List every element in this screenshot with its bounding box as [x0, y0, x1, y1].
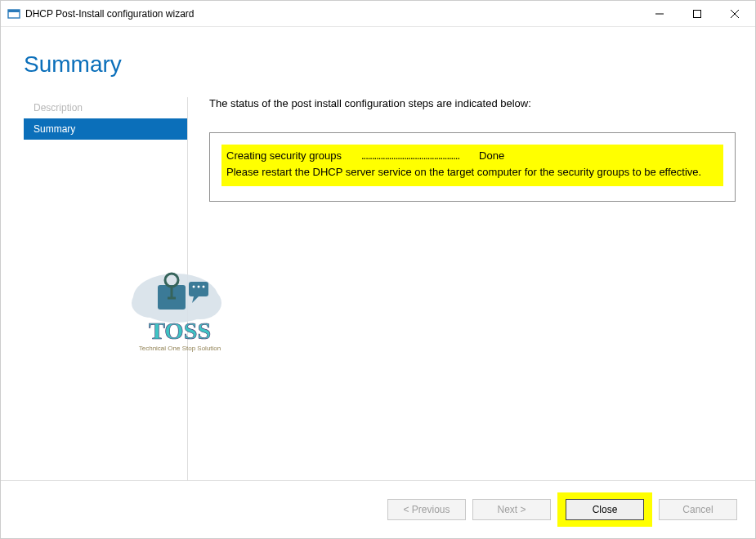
- titlebar: DHCP Post-Install configuration wizard: [1, 1, 755, 27]
- content-area: Summary Description Summary The status o…: [1, 27, 755, 480]
- svg-point-16: [203, 286, 205, 288]
- status-highlight: Creating security groups ...............…: [221, 145, 723, 186]
- watermark-tagline: Technical One Stop Solution: [139, 345, 221, 352]
- svg-point-14: [193, 286, 195, 288]
- page-title: Summary: [1, 27, 755, 97]
- svg-text:TOSS: TOSS: [149, 317, 211, 344]
- status-message: Please restart the DHCP server service o…: [226, 165, 718, 180]
- window-title: DHCP Post-Install configuration wizard: [25, 8, 641, 20]
- wizard-window: DHCP Post-Install configuration wizard S…: [0, 0, 756, 539]
- cancel-button: Cancel: [659, 499, 737, 520]
- previous-button: < Previous: [387, 499, 466, 520]
- svg-point-15: [198, 286, 200, 288]
- status-line: Creating security groups ...............…: [226, 149, 718, 162]
- status-result: Done: [479, 149, 504, 162]
- sidebar-item-description: Description: [24, 97, 187, 118]
- window-icon: [7, 7, 20, 20]
- sidebar-item-summary[interactable]: Summary: [24, 118, 187, 140]
- status-dots: ........................................…: [361, 149, 459, 162]
- window-controls: [641, 2, 754, 26]
- sidebar-item-label: Description: [34, 102, 83, 114]
- close-window-button[interactable]: [716, 2, 754, 26]
- svg-rect-3: [694, 10, 701, 17]
- next-button: Next >: [472, 499, 551, 520]
- svg-rect-13: [189, 282, 208, 296]
- status-box: Creating security groups ...............…: [209, 132, 736, 202]
- maximize-button[interactable]: [678, 2, 716, 26]
- body: Description Summary The status of the po…: [1, 97, 755, 480]
- watermark-logo: TOSS TOSS Technical One Stop Solution: [119, 264, 241, 372]
- status-task: Creating security groups: [226, 149, 342, 162]
- svg-rect-1: [8, 10, 20, 12]
- intro-text: The status of the post install configura…: [209, 97, 736, 109]
- sidebar-item-label: Summary: [34, 123, 75, 135]
- close-button[interactable]: Close: [566, 499, 644, 520]
- footer: < Previous Next > Close Cancel: [1, 480, 755, 538]
- close-button-highlight: Close: [557, 492, 652, 527]
- minimize-button[interactable]: [641, 2, 678, 26]
- main-panel: The status of the post install configura…: [187, 97, 755, 480]
